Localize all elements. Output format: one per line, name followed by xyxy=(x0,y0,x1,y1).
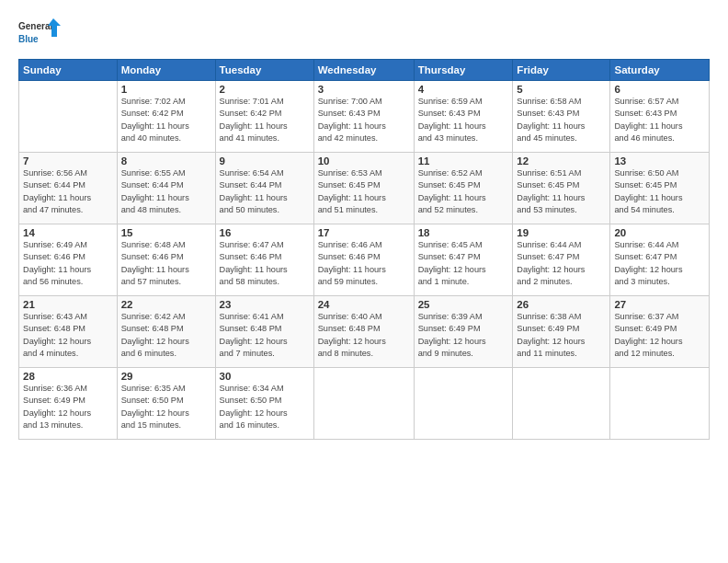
day-number: 27 xyxy=(614,299,705,310)
day-number: 13 xyxy=(614,155,705,167)
day-info: Sunrise: 7:02 AM Sunset: 6:42 PM Dayligh… xyxy=(121,96,211,144)
day-number: 30 xyxy=(220,371,310,382)
calendar-cell: 4Sunrise: 6:59 AM Sunset: 6:43 PM Daylig… xyxy=(414,81,513,153)
day-info: Sunrise: 6:39 AM Sunset: 6:49 PM Dayligh… xyxy=(418,311,509,360)
day-info: Sunrise: 6:44 AM Sunset: 6:47 PM Dayligh… xyxy=(517,239,606,288)
calendar-cell: 18Sunrise: 6:45 AM Sunset: 6:47 PM Dayli… xyxy=(414,224,513,296)
day-info: Sunrise: 6:48 AM Sunset: 6:46 PM Dayligh… xyxy=(121,239,211,288)
weekday-header-sunday: Sunday xyxy=(19,60,118,81)
day-info: Sunrise: 6:56 AM Sunset: 6:44 PM Dayligh… xyxy=(23,167,113,216)
calendar-cell: 12Sunrise: 6:51 AM Sunset: 6:45 PM Dayli… xyxy=(513,153,610,224)
weekday-header-saturday: Saturday xyxy=(610,60,710,81)
day-number: 12 xyxy=(517,155,606,167)
calendar-week-5: 28Sunrise: 6:36 AM Sunset: 6:49 PM Dayli… xyxy=(19,368,710,440)
day-number: 16 xyxy=(220,227,310,238)
calendar-cell: 24Sunrise: 6:40 AM Sunset: 6:48 PM Dayli… xyxy=(313,296,414,368)
calendar-cell: 28Sunrise: 6:36 AM Sunset: 6:49 PM Dayli… xyxy=(19,368,118,440)
calendar-cell xyxy=(513,368,610,440)
day-number: 26 xyxy=(517,299,606,310)
day-number: 5 xyxy=(517,84,606,95)
calendar: SundayMondayTuesdayWednesdayThursdayFrid… xyxy=(18,59,710,440)
calendar-week-1: 1Sunrise: 7:02 AM Sunset: 6:42 PM Daylig… xyxy=(19,81,710,153)
calendar-cell: 13Sunrise: 6:50 AM Sunset: 6:45 PM Dayli… xyxy=(610,153,710,224)
calendar-cell: 5Sunrise: 6:58 AM Sunset: 6:43 PM Daylig… xyxy=(513,81,610,153)
day-info: Sunrise: 6:57 AM Sunset: 6:43 PM Dayligh… xyxy=(614,96,705,144)
day-info: Sunrise: 6:38 AM Sunset: 6:49 PM Dayligh… xyxy=(517,311,606,360)
calendar-cell: 22Sunrise: 6:42 AM Sunset: 6:48 PM Dayli… xyxy=(117,296,215,368)
day-number: 8 xyxy=(121,155,211,167)
calendar-week-3: 14Sunrise: 6:49 AM Sunset: 6:46 PM Dayli… xyxy=(19,224,710,296)
calendar-cell xyxy=(313,368,414,440)
logo: General Blue xyxy=(18,17,64,50)
calendar-cell: 3Sunrise: 7:00 AM Sunset: 6:43 PM Daylig… xyxy=(313,81,414,153)
calendar-cell: 11Sunrise: 6:52 AM Sunset: 6:45 PM Dayli… xyxy=(414,153,513,224)
header: General Blue xyxy=(18,17,710,50)
day-number: 14 xyxy=(23,227,113,238)
day-number: 21 xyxy=(23,299,113,310)
day-number: 11 xyxy=(418,155,509,167)
day-number: 3 xyxy=(318,84,410,95)
day-number: 19 xyxy=(517,227,606,238)
day-info: Sunrise: 6:36 AM Sunset: 6:49 PM Dayligh… xyxy=(23,383,113,431)
day-number: 28 xyxy=(23,371,113,382)
day-number: 23 xyxy=(220,299,310,310)
day-info: Sunrise: 6:58 AM Sunset: 6:43 PM Dayligh… xyxy=(517,96,606,144)
logo-graphic: General Blue xyxy=(18,17,64,50)
calendar-cell: 2Sunrise: 7:01 AM Sunset: 6:42 PM Daylig… xyxy=(215,81,313,153)
day-info: Sunrise: 6:41 AM Sunset: 6:48 PM Dayligh… xyxy=(220,311,310,360)
day-info: Sunrise: 6:51 AM Sunset: 6:45 PM Dayligh… xyxy=(517,167,606,216)
calendar-cell: 23Sunrise: 6:41 AM Sunset: 6:48 PM Dayli… xyxy=(215,296,313,368)
day-number: 15 xyxy=(121,227,211,238)
weekday-header-monday: Monday xyxy=(117,60,215,81)
day-number: 2 xyxy=(220,84,310,95)
calendar-cell: 17Sunrise: 6:46 AM Sunset: 6:46 PM Dayli… xyxy=(313,224,414,296)
day-info: Sunrise: 6:47 AM Sunset: 6:46 PM Dayligh… xyxy=(220,239,310,288)
calendar-cell: 19Sunrise: 6:44 AM Sunset: 6:47 PM Dayli… xyxy=(513,224,610,296)
weekday-header-tuesday: Tuesday xyxy=(215,60,313,81)
day-info: Sunrise: 6:49 AM Sunset: 6:46 PM Dayligh… xyxy=(23,239,113,288)
calendar-cell: 21Sunrise: 6:43 AM Sunset: 6:48 PM Dayli… xyxy=(19,296,118,368)
calendar-cell: 30Sunrise: 6:34 AM Sunset: 6:50 PM Dayli… xyxy=(215,368,313,440)
day-number: 9 xyxy=(220,155,310,167)
day-info: Sunrise: 6:46 AM Sunset: 6:46 PM Dayligh… xyxy=(318,239,410,288)
calendar-cell: 8Sunrise: 6:55 AM Sunset: 6:44 PM Daylig… xyxy=(117,153,215,224)
day-number: 4 xyxy=(418,84,509,95)
calendar-cell: 20Sunrise: 6:44 AM Sunset: 6:47 PM Dayli… xyxy=(610,224,710,296)
calendar-week-4: 21Sunrise: 6:43 AM Sunset: 6:48 PM Dayli… xyxy=(19,296,710,368)
calendar-cell: 9Sunrise: 6:54 AM Sunset: 6:44 PM Daylig… xyxy=(215,153,313,224)
calendar-cell xyxy=(19,81,118,153)
calendar-cell: 14Sunrise: 6:49 AM Sunset: 6:46 PM Dayli… xyxy=(19,224,118,296)
day-info: Sunrise: 6:43 AM Sunset: 6:48 PM Dayligh… xyxy=(23,311,113,360)
calendar-cell: 7Sunrise: 6:56 AM Sunset: 6:44 PM Daylig… xyxy=(19,153,118,224)
calendar-cell: 26Sunrise: 6:38 AM Sunset: 6:49 PM Dayli… xyxy=(513,296,610,368)
day-number: 1 xyxy=(121,84,211,95)
svg-text:Blue: Blue xyxy=(18,34,39,44)
day-info: Sunrise: 6:35 AM Sunset: 6:50 PM Dayligh… xyxy=(121,383,211,431)
day-number: 22 xyxy=(121,299,211,310)
calendar-week-2: 7Sunrise: 6:56 AM Sunset: 6:44 PM Daylig… xyxy=(19,153,710,224)
day-number: 17 xyxy=(318,227,410,238)
calendar-cell: 29Sunrise: 6:35 AM Sunset: 6:50 PM Dayli… xyxy=(117,368,215,440)
day-info: Sunrise: 6:45 AM Sunset: 6:47 PM Dayligh… xyxy=(418,239,509,288)
calendar-cell: 15Sunrise: 6:48 AM Sunset: 6:46 PM Dayli… xyxy=(117,224,215,296)
calendar-cell: 16Sunrise: 6:47 AM Sunset: 6:46 PM Dayli… xyxy=(215,224,313,296)
weekday-header-thursday: Thursday xyxy=(414,60,513,81)
calendar-cell: 6Sunrise: 6:57 AM Sunset: 6:43 PM Daylig… xyxy=(610,81,710,153)
calendar-cell: 1Sunrise: 7:02 AM Sunset: 6:42 PM Daylig… xyxy=(117,81,215,153)
day-number: 6 xyxy=(614,84,705,95)
day-info: Sunrise: 6:59 AM Sunset: 6:43 PM Dayligh… xyxy=(418,96,509,144)
day-number: 25 xyxy=(418,299,509,310)
day-number: 24 xyxy=(318,299,410,310)
day-info: Sunrise: 6:55 AM Sunset: 6:44 PM Dayligh… xyxy=(121,167,211,216)
calendar-cell xyxy=(610,368,710,440)
calendar-cell: 25Sunrise: 6:39 AM Sunset: 6:49 PM Dayli… xyxy=(414,296,513,368)
weekday-header-friday: Friday xyxy=(513,60,610,81)
day-number: 20 xyxy=(614,227,705,238)
day-info: Sunrise: 6:54 AM Sunset: 6:44 PM Dayligh… xyxy=(220,167,310,216)
calendar-cell xyxy=(414,368,513,440)
day-number: 29 xyxy=(121,371,211,382)
svg-text:General: General xyxy=(18,21,52,31)
day-info: Sunrise: 7:00 AM Sunset: 6:43 PM Dayligh… xyxy=(318,96,410,144)
day-info: Sunrise: 6:37 AM Sunset: 6:49 PM Dayligh… xyxy=(614,311,705,360)
day-info: Sunrise: 6:53 AM Sunset: 6:45 PM Dayligh… xyxy=(318,167,410,216)
